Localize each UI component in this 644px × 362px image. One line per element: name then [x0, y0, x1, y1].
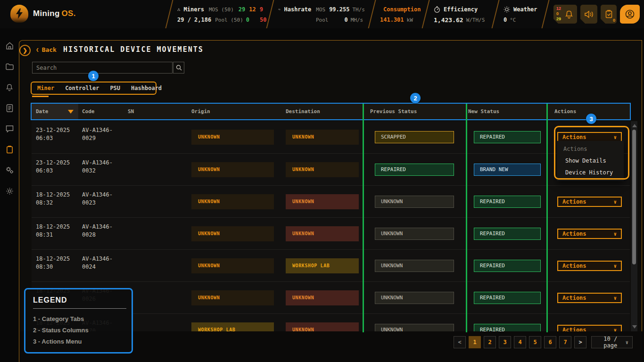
- table-row: 23-12-202506:03 AV-A1346-0032 UNKNOWN UN…: [32, 153, 630, 185]
- miners-mos-err: 9: [260, 6, 263, 13]
- sidebar-expand-button[interactable]: [19, 45, 31, 56]
- search-input[interactable]: [32, 62, 173, 74]
- tasks-badge: 0: [613, 18, 615, 23]
- clipboard-icon: [6, 146, 13, 154]
- page-size-select[interactable]: 10 / page: [591, 336, 633, 348]
- menu-item-show-details[interactable]: Show Details: [557, 155, 624, 167]
- search-button[interactable]: [173, 62, 184, 74]
- new-status-badge: REPAIRED: [474, 324, 541, 332]
- annotation-badge-3: 3: [586, 114, 596, 124]
- sidebar-item-home[interactable]: [3, 40, 16, 52]
- cell-previous-status: UNKNOWN: [363, 282, 466, 313]
- legend-item: 1 - Category Tabs: [33, 315, 127, 322]
- cell-code: AV-A1346-0028: [78, 218, 123, 249]
- sidebar: [0, 28, 19, 362]
- cell-origin: UNKNOWN: [189, 282, 283, 313]
- page-button-3[interactable]: 3: [499, 336, 511, 348]
- destination-badge: UNKNOWN: [286, 322, 359, 332]
- chat-icon: [6, 125, 14, 132]
- page-button-2[interactable]: 2: [484, 336, 496, 348]
- scroll-down-icon[interactable]: [632, 325, 637, 329]
- bell-icon: [6, 83, 13, 91]
- back-button[interactable]: Back: [36, 46, 57, 53]
- notifications-button[interactable]: 12 0 29: [553, 5, 577, 24]
- sidebar-item-reports[interactable]: [3, 102, 16, 114]
- topbar-stats: Miners MOS (50) 29 12 9 29 / 2,186 Pool …: [169, 0, 546, 28]
- page-button-5[interactable]: 5: [529, 336, 541, 348]
- actions-dropdown[interactable]: Actions: [557, 325, 622, 332]
- cell-new-status: BRAND NEW: [466, 154, 547, 185]
- actions-dropdown[interactable]: Actions: [557, 197, 622, 207]
- new-status-badge: REPAIRED: [474, 131, 541, 143]
- sidebar-item-settings[interactable]: [3, 185, 16, 197]
- cell-sn: [123, 218, 189, 249]
- origin-badge: WORKSHOP LAB: [191, 322, 274, 332]
- stat-hashrate: Hashrate MOS 99.255 TH/s Pool 0 MH/s: [271, 0, 372, 28]
- table-scrollbar[interactable]: [631, 121, 637, 331]
- hashrate-pool-unit: MH/s: [351, 17, 363, 23]
- page-button-6[interactable]: 6: [544, 336, 556, 348]
- cell-new-status: REPAIRED: [466, 186, 547, 217]
- file-text-icon: [6, 104, 13, 112]
- miners-mos-warn: 12: [249, 6, 256, 13]
- account-button[interactable]: [620, 5, 640, 24]
- page-button-1[interactable]: 1: [469, 336, 481, 348]
- main-panel: Back HISTORICAL DEVICE MOVEMENTS Miner C…: [19, 40, 642, 362]
- sort-desc-icon[interactable]: [68, 110, 74, 114]
- previous-status-badge: UNKNOWN: [375, 292, 454, 304]
- new-status-badge: REPAIRED: [474, 292, 541, 304]
- column-header-new-status: New Status: [466, 104, 547, 119]
- miners-mos-label: MOS (50): [209, 7, 234, 13]
- sidebar-item-folders[interactable]: [3, 60, 16, 73]
- previous-status-badge: UNKNOWN: [375, 228, 454, 240]
- cell-date: 23-12-202506:03: [32, 154, 78, 185]
- cell-code: AV-A1346-0023: [78, 186, 123, 217]
- hashrate-icon: [278, 7, 281, 12]
- actions-menu: Actions Show Details Device History: [557, 141, 624, 181]
- annotation-badge-1: 1: [88, 71, 99, 81]
- bell-icon: [565, 10, 573, 19]
- tab-controller[interactable]: Controller: [65, 85, 99, 91]
- actions-dropdown[interactable]: Actions: [557, 229, 622, 239]
- cell-destination: UNKNOWN: [283, 314, 363, 331]
- page-button-4[interactable]: 4: [514, 336, 526, 348]
- active-tab-indicator: [32, 96, 49, 97]
- page-button-7[interactable]: 7: [559, 336, 571, 348]
- cell-sn: [123, 154, 189, 185]
- efficiency-unit: W/TH/S: [466, 17, 485, 23]
- miners-total: 29 / 2,186: [177, 16, 211, 23]
- topbar: MiningOS. Miners MOS (50) 29 12 9 29 / 2…: [0, 0, 644, 28]
- cell-sn: [123, 314, 189, 331]
- page-head: Back HISTORICAL DEVICE MOVEMENTS: [36, 45, 204, 54]
- tab-psu[interactable]: PSU: [110, 85, 120, 91]
- legend-title: LEGEND: [33, 296, 127, 304]
- next-page-button[interactable]: >: [574, 336, 586, 348]
- destination-badge: UNKNOWN: [286, 130, 359, 145]
- speaker-button[interactable]: [580, 5, 597, 24]
- menu-item-device-history[interactable]: Device History: [557, 167, 624, 179]
- sidebar-item-messages[interactable]: [3, 123, 16, 135]
- legend-item: 2 - Status Columns: [33, 327, 127, 334]
- tab-miner[interactable]: Miner: [37, 85, 54, 91]
- cell-actions: Actions: [547, 282, 630, 313]
- tasks-button[interactable]: 0: [601, 5, 617, 24]
- previous-status-badge: UNKNOWN: [375, 260, 454, 272]
- sidebar-item-movements[interactable]: [3, 143, 16, 156]
- cell-new-status: REPAIRED: [466, 121, 547, 153]
- column-header-date[interactable]: Date: [32, 104, 78, 119]
- scroll-up-icon[interactable]: [632, 124, 637, 127]
- cell-sn: [123, 186, 189, 217]
- prev-page-button[interactable]: <: [454, 336, 466, 348]
- cell-destination: UNKNOWN: [283, 218, 363, 249]
- speaker-icon: [585, 10, 594, 18]
- stat-weather: Weather 0 °C: [496, 0, 545, 28]
- sidebar-item-alerts[interactable]: [3, 81, 16, 93]
- legend: LEGEND 1 - Category Tabs 2 - Status Colu…: [24, 288, 133, 354]
- sidebar-item-services[interactable]: [3, 164, 16, 176]
- actions-dropdown[interactable]: Actions: [557, 293, 622, 303]
- tab-hashboard[interactable]: Hashboard: [131, 85, 162, 91]
- actions-dropdown[interactable]: Actions: [557, 261, 622, 271]
- weather-value: 0: [504, 16, 507, 23]
- scrollbar-thumb[interactable]: [632, 130, 636, 264]
- miners-pool-label: Pool (50): [215, 17, 243, 23]
